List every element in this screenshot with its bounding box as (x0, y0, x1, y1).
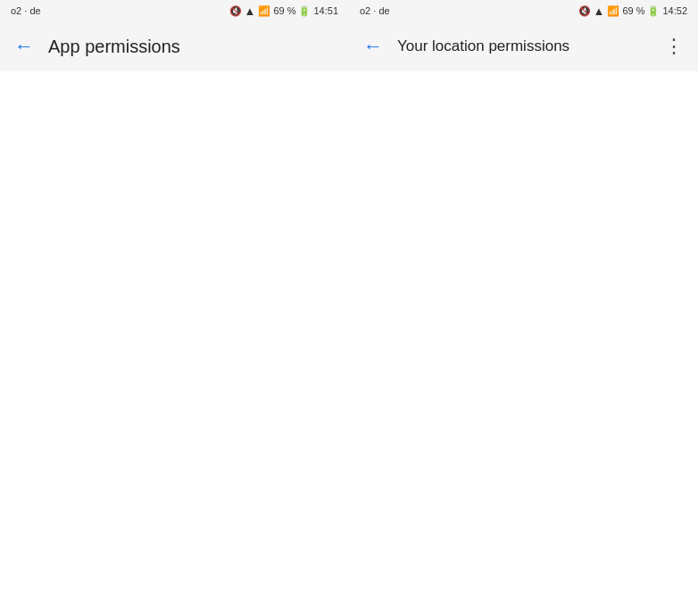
signal-icon: 📶 (258, 5, 270, 17)
left-time: 14:51 (313, 5, 338, 16)
right-mute-icon: 🔇 (578, 5, 591, 17)
right-title: Your location permissions (397, 37, 650, 55)
more-options-icon[interactable]: ⋮ (664, 35, 684, 58)
right-signal-icon: 📶 (607, 5, 619, 17)
right-list (349, 71, 698, 616)
wifi-icon: ▲ (245, 4, 256, 18)
right-carrier: o2 · de (360, 5, 390, 16)
left-list (0, 71, 349, 616)
left-carrier: o2 · de (11, 5, 41, 16)
right-header: ← Your location permissions ⋮ (349, 21, 698, 71)
left-battery: 69 % (273, 5, 295, 16)
left-back-button[interactable]: ← (14, 35, 34, 58)
mute-icon: 🔇 (229, 5, 242, 17)
right-time: 14:52 (662, 5, 687, 16)
left-title: App permissions (48, 37, 335, 57)
right-back-button[interactable]: ← (363, 35, 383, 58)
right-status-icons: 🔇 ▲ 📶 69 % 🔋 14:52 (578, 4, 687, 18)
right-battery-icon: 🔋 (647, 5, 660, 17)
left-header: ← App permissions (0, 21, 349, 71)
right-status-bar: o2 · de 🔇 ▲ 📶 69 % 🔋 14:52 (349, 0, 698, 21)
left-status-bar: o2 · de 🔇 ▲ 📶 69 % 🔋 14:51 (0, 0, 349, 21)
right-wifi-icon: ▲ (594, 4, 605, 18)
right-battery: 69 % (622, 5, 644, 16)
battery-icon: 🔋 (298, 5, 311, 17)
left-status-icons: 🔇 ▲ 📶 69 % 🔋 14:51 (229, 4, 338, 18)
left-panel: o2 · de 🔇 ▲ 📶 69 % 🔋 14:51 ← App permiss… (0, 0, 349, 616)
right-panel: o2 · de 🔇 ▲ 📶 69 % 🔋 14:52 ← Your locati… (349, 0, 698, 616)
